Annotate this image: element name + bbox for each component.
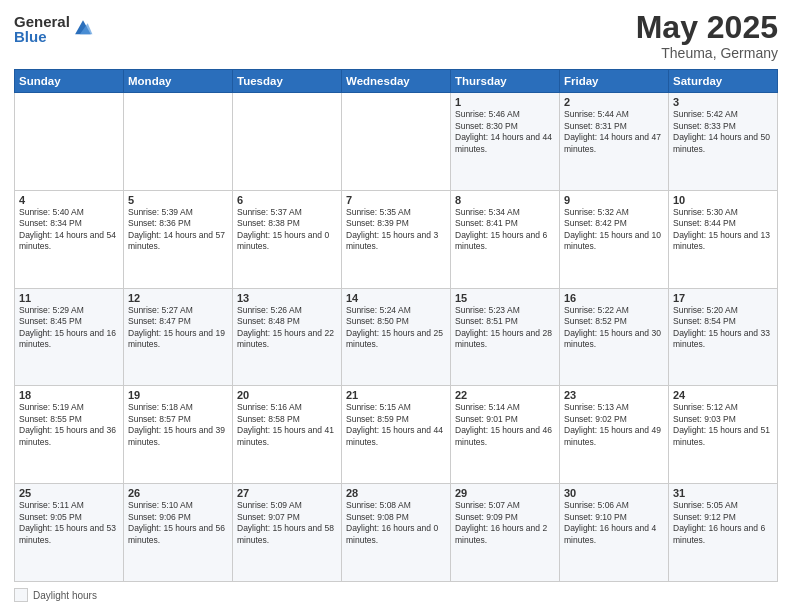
day-info: Sunrise: 5:34 AMSunset: 8:41 PMDaylight:… xyxy=(455,207,555,253)
logo: General Blue xyxy=(14,14,94,44)
day-info: Sunrise: 5:15 AMSunset: 8:59 PMDaylight:… xyxy=(346,402,446,448)
day-number: 27 xyxy=(237,487,337,499)
calendar-cell: 19Sunrise: 5:18 AMSunset: 8:57 PMDayligh… xyxy=(124,386,233,484)
day-number: 7 xyxy=(346,194,446,206)
calendar-cell: 6Sunrise: 5:37 AMSunset: 8:38 PMDaylight… xyxy=(233,190,342,288)
day-info: Sunrise: 5:26 AMSunset: 8:48 PMDaylight:… xyxy=(237,305,337,351)
day-number: 25 xyxy=(19,487,119,499)
day-number: 11 xyxy=(19,292,119,304)
day-info: Sunrise: 5:19 AMSunset: 8:55 PMDaylight:… xyxy=(19,402,119,448)
calendar-cell xyxy=(233,93,342,191)
day-info: Sunrise: 5:35 AMSunset: 8:39 PMDaylight:… xyxy=(346,207,446,253)
day-info: Sunrise: 5:12 AMSunset: 9:03 PMDaylight:… xyxy=(673,402,773,448)
day-info: Sunrise: 5:09 AMSunset: 9:07 PMDaylight:… xyxy=(237,500,337,546)
title-block: May 2025 Theuma, Germany xyxy=(636,10,778,61)
day-number: 12 xyxy=(128,292,228,304)
calendar-cell: 20Sunrise: 5:16 AMSunset: 8:58 PMDayligh… xyxy=(233,386,342,484)
calendar-cell: 12Sunrise: 5:27 AMSunset: 8:47 PMDayligh… xyxy=(124,288,233,386)
location-title: Theuma, Germany xyxy=(636,45,778,61)
day-info: Sunrise: 5:11 AMSunset: 9:05 PMDaylight:… xyxy=(19,500,119,546)
day-number: 4 xyxy=(19,194,119,206)
day-info: Sunrise: 5:14 AMSunset: 9:01 PMDaylight:… xyxy=(455,402,555,448)
calendar-cell: 23Sunrise: 5:13 AMSunset: 9:02 PMDayligh… xyxy=(560,386,669,484)
calendar-cell: 18Sunrise: 5:19 AMSunset: 8:55 PMDayligh… xyxy=(15,386,124,484)
day-info: Sunrise: 5:40 AMSunset: 8:34 PMDaylight:… xyxy=(19,207,119,253)
day-number: 21 xyxy=(346,389,446,401)
calendar-cell: 13Sunrise: 5:26 AMSunset: 8:48 PMDayligh… xyxy=(233,288,342,386)
day-info: Sunrise: 5:42 AMSunset: 8:33 PMDaylight:… xyxy=(673,109,773,155)
calendar-cell: 24Sunrise: 5:12 AMSunset: 9:03 PMDayligh… xyxy=(669,386,778,484)
footer-note: Daylight hours xyxy=(14,588,778,602)
calendar-cell xyxy=(124,93,233,191)
day-info: Sunrise: 5:27 AMSunset: 8:47 PMDaylight:… xyxy=(128,305,228,351)
logo-text: General Blue xyxy=(14,14,70,44)
weekday-header: Sunday xyxy=(15,70,124,93)
logo-blue: Blue xyxy=(14,29,70,44)
calendar-cell: 29Sunrise: 5:07 AMSunset: 9:09 PMDayligh… xyxy=(451,484,560,582)
day-number: 20 xyxy=(237,389,337,401)
weekday-header: Tuesday xyxy=(233,70,342,93)
day-info: Sunrise: 5:16 AMSunset: 8:58 PMDaylight:… xyxy=(237,402,337,448)
day-number: 31 xyxy=(673,487,773,499)
calendar-cell xyxy=(15,93,124,191)
calendar-table: SundayMondayTuesdayWednesdayThursdayFrid… xyxy=(14,69,778,582)
weekday-header: Friday xyxy=(560,70,669,93)
day-info: Sunrise: 5:37 AMSunset: 8:38 PMDaylight:… xyxy=(237,207,337,253)
day-number: 2 xyxy=(564,96,664,108)
calendar-cell: 2Sunrise: 5:44 AMSunset: 8:31 PMDaylight… xyxy=(560,93,669,191)
calendar-cell: 7Sunrise: 5:35 AMSunset: 8:39 PMDaylight… xyxy=(342,190,451,288)
day-number: 1 xyxy=(455,96,555,108)
calendar-cell: 30Sunrise: 5:06 AMSunset: 9:10 PMDayligh… xyxy=(560,484,669,582)
day-number: 10 xyxy=(673,194,773,206)
day-number: 13 xyxy=(237,292,337,304)
month-title: May 2025 xyxy=(636,10,778,45)
day-number: 22 xyxy=(455,389,555,401)
footer-label: Daylight hours xyxy=(33,590,97,601)
day-info: Sunrise: 5:22 AMSunset: 8:52 PMDaylight:… xyxy=(564,305,664,351)
calendar-cell xyxy=(342,93,451,191)
calendar-cell: 28Sunrise: 5:08 AMSunset: 9:08 PMDayligh… xyxy=(342,484,451,582)
day-number: 14 xyxy=(346,292,446,304)
calendar-cell: 5Sunrise: 5:39 AMSunset: 8:36 PMDaylight… xyxy=(124,190,233,288)
day-info: Sunrise: 5:29 AMSunset: 8:45 PMDaylight:… xyxy=(19,305,119,351)
calendar-cell: 14Sunrise: 5:24 AMSunset: 8:50 PMDayligh… xyxy=(342,288,451,386)
day-info: Sunrise: 5:20 AMSunset: 8:54 PMDaylight:… xyxy=(673,305,773,351)
weekday-header: Saturday xyxy=(669,70,778,93)
calendar-cell: 22Sunrise: 5:14 AMSunset: 9:01 PMDayligh… xyxy=(451,386,560,484)
day-info: Sunrise: 5:32 AMSunset: 8:42 PMDaylight:… xyxy=(564,207,664,253)
day-number: 9 xyxy=(564,194,664,206)
day-info: Sunrise: 5:30 AMSunset: 8:44 PMDaylight:… xyxy=(673,207,773,253)
page: General Blue May 2025 Theuma, Germany Su… xyxy=(0,0,792,612)
logo-icon xyxy=(72,17,94,39)
day-info: Sunrise: 5:06 AMSunset: 9:10 PMDaylight:… xyxy=(564,500,664,546)
calendar-cell: 8Sunrise: 5:34 AMSunset: 8:41 PMDaylight… xyxy=(451,190,560,288)
day-number: 18 xyxy=(19,389,119,401)
day-info: Sunrise: 5:05 AMSunset: 9:12 PMDaylight:… xyxy=(673,500,773,546)
day-number: 15 xyxy=(455,292,555,304)
day-number: 28 xyxy=(346,487,446,499)
day-number: 19 xyxy=(128,389,228,401)
day-number: 30 xyxy=(564,487,664,499)
day-info: Sunrise: 5:07 AMSunset: 9:09 PMDaylight:… xyxy=(455,500,555,546)
footer-box xyxy=(14,588,28,602)
day-info: Sunrise: 5:39 AMSunset: 8:36 PMDaylight:… xyxy=(128,207,228,253)
calendar-cell: 11Sunrise: 5:29 AMSunset: 8:45 PMDayligh… xyxy=(15,288,124,386)
calendar-cell: 4Sunrise: 5:40 AMSunset: 8:34 PMDaylight… xyxy=(15,190,124,288)
day-number: 17 xyxy=(673,292,773,304)
day-info: Sunrise: 5:18 AMSunset: 8:57 PMDaylight:… xyxy=(128,402,228,448)
weekday-header: Wednesday xyxy=(342,70,451,93)
day-info: Sunrise: 5:10 AMSunset: 9:06 PMDaylight:… xyxy=(128,500,228,546)
day-number: 29 xyxy=(455,487,555,499)
weekday-header: Monday xyxy=(124,70,233,93)
calendar-cell: 25Sunrise: 5:11 AMSunset: 9:05 PMDayligh… xyxy=(15,484,124,582)
day-info: Sunrise: 5:13 AMSunset: 9:02 PMDaylight:… xyxy=(564,402,664,448)
calendar-cell: 21Sunrise: 5:15 AMSunset: 8:59 PMDayligh… xyxy=(342,386,451,484)
day-number: 24 xyxy=(673,389,773,401)
day-number: 5 xyxy=(128,194,228,206)
day-number: 6 xyxy=(237,194,337,206)
logo-general: General xyxy=(14,14,70,29)
day-info: Sunrise: 5:24 AMSunset: 8:50 PMDaylight:… xyxy=(346,305,446,351)
day-number: 8 xyxy=(455,194,555,206)
calendar-cell: 16Sunrise: 5:22 AMSunset: 8:52 PMDayligh… xyxy=(560,288,669,386)
day-info: Sunrise: 5:44 AMSunset: 8:31 PMDaylight:… xyxy=(564,109,664,155)
